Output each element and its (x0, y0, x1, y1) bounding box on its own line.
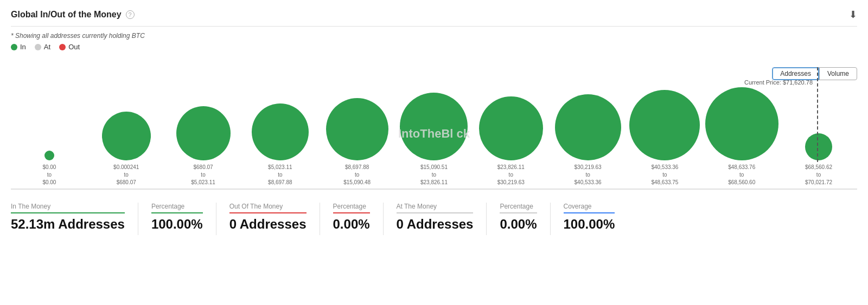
price-range-4: $8,697.88to$15,090.48 (343, 164, 371, 186)
bubble-9 (705, 87, 778, 160)
bubble-col-7: $30,219.63to$40,533.36 (550, 94, 627, 186)
price-range-9: $48,633.76to$68,560.60 (728, 164, 755, 186)
bubble-0 (44, 151, 54, 160)
bubble-10 (805, 133, 832, 160)
help-icon[interactable]: ? (126, 10, 135, 19)
legend-at-label: At (44, 43, 50, 51)
coverage-value: 100.00% (564, 217, 615, 232)
out-dot (59, 44, 66, 50)
legend-in: In (11, 43, 26, 51)
x-axis-line (11, 189, 857, 190)
bubble-col-2: $680.07to$5,023.11 (165, 106, 242, 186)
in-the-money-block: In The Money 52.13m Addresses (11, 203, 125, 232)
bubble-3 (252, 103, 309, 160)
out-percentage-value: 0.00% (333, 217, 370, 232)
legend-out: Out (59, 43, 80, 51)
legend: In At Out (11, 43, 857, 51)
in-percentage-value: 100.00% (151, 217, 203, 232)
header-left: Global In/Out of the Money ? (11, 10, 135, 20)
price-range-5: $15,090.51to$23,826.11 (420, 164, 448, 186)
bubble-col-4: $8,697.88to$15,090.48 (318, 98, 395, 186)
in-the-money-label: In The Money (11, 203, 125, 213)
price-range-10: $68,560.62to$70,021.72 (805, 164, 832, 186)
page-title: Global In/Out of the Money (11, 10, 122, 20)
at-the-money-label: At The Money (397, 203, 474, 213)
sep-6 (550, 203, 551, 235)
out-the-money-label: Out Of The Money (229, 203, 307, 213)
out-percentage-label: Percentage (333, 203, 370, 213)
bubbles-row: $0.00to$0.00$0.000241to$680.07$680.07to$… (11, 67, 857, 186)
bubble-5 (400, 93, 468, 160)
stats-row: In The Money 52.13m Addresses Percentage… (11, 198, 857, 235)
in-the-money-value: 52.13m Addresses (11, 217, 125, 232)
bubble-col-9: $48,633.76to$68,560.60 (703, 87, 780, 186)
header: Global In/Out of the Money ? ⬇ (11, 9, 857, 27)
bubble-7 (555, 94, 621, 160)
price-range-1: $0.000241to$680.07 (113, 164, 139, 186)
sep-1 (138, 203, 138, 235)
at-percentage-label: Percentage (500, 203, 537, 213)
price-range-2: $680.07to$5,023.11 (191, 164, 215, 186)
out-the-money-block: Out Of The Money 0 Addresses (229, 203, 307, 232)
at-the-money-block: At The Money 0 Addresses (397, 203, 474, 232)
sep-3 (320, 203, 320, 235)
price-range-3: $5,023.11to$8,697.88 (268, 164, 292, 186)
page-container: Global In/Out of the Money ? ⬇ * Showing… (0, 0, 868, 305)
bubble-col-6: $23,826.11to$30,219.63 (473, 96, 550, 186)
at-the-money-value: 0 Addresses (397, 217, 474, 232)
bubble-col-0: $0.00to$0.00 (11, 151, 88, 186)
price-range-6: $23,826.11to$30,219.63 (497, 164, 525, 186)
bubble-col-10: $68,560.62to$70,021.72 (780, 133, 857, 186)
out-percentage-block: Percentage 0.00% (333, 203, 370, 232)
download-icon[interactable]: ⬇ (849, 9, 857, 21)
bubble-4 (326, 98, 388, 160)
in-percentage-label: Percentage (151, 203, 203, 213)
bubble-6 (479, 96, 543, 160)
price-range-8: $40,533.36to$48,633.75 (651, 164, 678, 186)
coverage-block: Coverage 100.00% (564, 203, 615, 232)
bubble-2 (176, 106, 231, 160)
bubble-col-1: $0.000241to$680.07 (88, 112, 165, 186)
sep-2 (216, 203, 216, 235)
bubble-col-8: $40,533.36to$48,633.75 (627, 90, 704, 186)
bubble-1 (102, 112, 151, 160)
legend-out-label: Out (68, 43, 80, 51)
in-percentage-block: Percentage 100.00% (151, 203, 203, 232)
price-range-0: $0.00to$0.00 (42, 164, 56, 186)
legend-at: At (35, 43, 50, 51)
coverage-label: Coverage (564, 203, 615, 213)
in-dot (11, 44, 17, 50)
legend-in-label: In (20, 43, 26, 51)
sep-4 (383, 203, 384, 235)
current-price-line (817, 67, 818, 162)
price-range-7: $30,219.63to$40,533.36 (575, 164, 602, 186)
chart-area: Addresses Volume Current Price: $71,620.… (11, 67, 857, 190)
subtitle: * Showing all addresses currently holdin… (11, 32, 857, 40)
at-dot (35, 44, 41, 50)
bubble-col-3: $5,023.11to$8,697.88 (241, 103, 318, 186)
at-percentage-value: 0.00% (500, 217, 537, 232)
at-percentage-block: Percentage 0.00% (500, 203, 537, 232)
bubble-col-5: $15,090.51to$23,826.11 (395, 93, 473, 186)
sep-5 (486, 203, 487, 235)
bubble-8 (629, 90, 700, 160)
out-the-money-value: 0 Addresses (229, 217, 307, 232)
